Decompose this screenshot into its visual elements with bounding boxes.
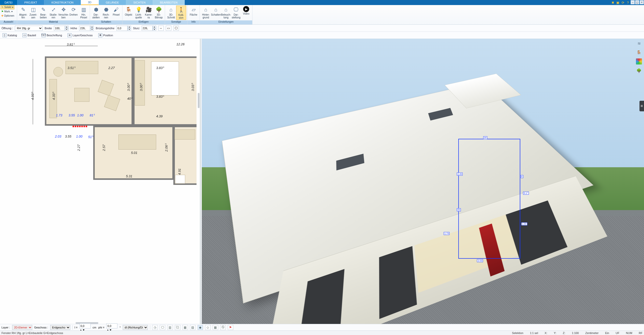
spin-up-icon[interactable]: ▲ — [127, 26, 131, 28]
toggle-box[interactable]: ▭ — [166, 26, 171, 31]
phi-input[interactable] — [106, 323, 117, 328]
btn-katalog[interactable]: ▯Katalog — [2, 33, 18, 38]
copy-icon[interactable]: ⿻ — [175, 325, 180, 330]
min-button[interactable]: – — [631, 0, 635, 4]
btn-objekt[interactable]: 🪑Objekt — [123, 6, 134, 17]
tab-bearbeiten[interactable]: BEARBEITEN — [153, 0, 185, 5]
sill-input[interactable] — [116, 26, 127, 31]
hatch-icon[interactable]: ▦ — [182, 325, 188, 330]
spin-up-icon[interactable]: ▲ — [90, 26, 94, 28]
plan-2d-pane[interactable]: 3.81⁵ 12.26 4.93⁵ 3.51⁵ — [0, 39, 200, 324]
btn-pinsel[interactable]: 🖌Pinsel — [111, 6, 121, 17]
stack-icon[interactable]: ▥ — [167, 325, 173, 330]
width-input[interactable] — [54, 26, 65, 31]
spin-down-icon[interactable]: ▼ — [65, 28, 69, 31]
scale-icon: ⤢ — [50, 6, 57, 13]
menu-spacer — [185, 0, 610, 5]
btn-zuweisen[interactable]: ◫Zuwei- sen — [28, 6, 38, 19]
btn-skalieren[interactable]: ⤢Skalie- ren — [48, 6, 58, 19]
status-scale: 1:100 — [572, 331, 579, 334]
spin-down-icon[interactable]: ▼ — [90, 28, 94, 31]
armchair-icon[interactable]: 🪑 — [636, 49, 642, 55]
tab-datei[interactable]: DATEI — [0, 0, 17, 5]
tree-icon[interactable]: 🌳 — [636, 68, 642, 74]
btn-verschieben[interactable]: ✥Verschie- ben — [58, 6, 69, 19]
tab-konstruktion[interactable]: KONSTRUKTION — [44, 0, 81, 5]
dl-select[interactable]: dl (Richtung/Di — [123, 325, 148, 330]
btn-drehen[interactable]: ⟳Drehen — [69, 6, 79, 17]
view-3d-pane[interactable]: 29 2.26 8 00 1.00 5.1⁵ 1.73 2.03 — [202, 39, 644, 324]
diagonal-icon[interactable]: ▨ — [190, 325, 196, 330]
side-panel-handle[interactable]: ≡ — [639, 101, 644, 111]
btn-position[interactable]: ✥Position — [97, 33, 114, 38]
spin-up-icon[interactable]: ▲ — [65, 26, 69, 28]
btn-flaeche[interactable]: ▱Fläche — [188, 6, 199, 17]
select-mode[interactable]: ↖Selekt▾ — [1, 5, 14, 9]
height-input[interactable] — [79, 26, 90, 31]
btn-darstellung[interactable]: 🖵Dar- stellung — [231, 6, 241, 19]
btn-schnitt[interactable]: ⌂3D- Schnitt — [166, 6, 176, 19]
help-icon[interactable]: ? — [626, 0, 630, 5]
options-mode[interactable]: ✚Optionen — [1, 14, 15, 18]
screen-icon[interactable]: 🖵 — [160, 325, 165, 330]
btn-kollision[interactable]: 🚶Kolli- sion — [176, 6, 186, 20]
tab-sichten[interactable]: SICHTEN — [126, 0, 153, 5]
btn-bauteil[interactable]: ▭Bauteil — [21, 33, 37, 38]
plan-canvas[interactable]: 3.81⁵ 12.26 4.93⁵ 3.51⁵ — [0, 39, 200, 324]
deg-label: ° — [119, 326, 120, 329]
furn-shelf — [135, 60, 145, 106]
btn-schatten-set[interactable]: ⌂Schatten — [211, 6, 221, 17]
btn-beleucht[interactable]: ⌂Beleuch- tung — [221, 6, 231, 19]
btn-bearbeiten[interactable]: ✎Bear- beiten — [38, 6, 48, 19]
spin-up-icon[interactable]: ▲ — [153, 26, 156, 28]
view3d-canvas[interactable]: 29 2.26 8 00 1.00 5.1⁵ 1.73 2.03 — [202, 39, 644, 324]
palette-icon[interactable]: . — [636, 58, 642, 64]
mark-mode[interactable]: ⚑Mark.▾ — [1, 9, 13, 14]
btn-video[interactable]: ▶Video — [241, 6, 251, 16]
dim-label: 3.55 — [69, 113, 75, 117]
tab-3d[interactable]: 3D — [81, 0, 99, 5]
dim-label: 1.00 — [77, 113, 83, 117]
group-sonstige-footer: Sonstige — [165, 20, 187, 24]
refresh-icon[interactable]: ⟳ — [621, 0, 625, 5]
wire-icon[interactable]: ◇ — [205, 325, 211, 330]
spin-down-icon[interactable]: ▼ — [127, 28, 131, 31]
btn-kamera[interactable]: 🎥Kame- ra — [144, 6, 154, 19]
selection-gizmo[interactable]: 29 2.26 8 00 1.00 5.1⁵ 1.73 2.03 — [458, 139, 520, 259]
opening-select[interactable]: RH 1flg. gr — [15, 26, 43, 31]
tab-gelaende[interactable]: GELÄNDE — [99, 0, 126, 5]
length-input[interactable] — [80, 323, 91, 328]
max-button[interactable]: ◻ — [635, 0, 639, 4]
toggle-arrows[interactable]: ↔ — [158, 26, 164, 31]
btn-bitmap[interactable]: 🌳3D- Bitmap — [154, 6, 164, 19]
grid-icon[interactable]: ▦ — [213, 325, 218, 330]
group-auswahl-footer: Auswahl — [0, 20, 17, 24]
v-scrollbar[interactable] — [198, 93, 200, 108]
north-icon[interactable]: Ⓝ — [220, 325, 226, 330]
history-icon[interactable]: ◷ — [152, 325, 158, 330]
tab-projekt[interactable]: PROJEKT — [17, 0, 45, 5]
btn-abgreifen[interactable]: ✎Abgrei- fen — [18, 6, 28, 19]
btn-darstellen[interactable]: ⬢Dar- stellen — [91, 6, 101, 19]
btn-hintergrund[interactable]: ⌂Hinter- grund — [201, 6, 211, 19]
status-bar: Fenster RH 1flg. gr L=Einbauteile G=Erdg… — [0, 330, 644, 335]
btn-hinpinsel[interactable]: ▥Hin. Pinsel — [79, 6, 89, 19]
btn-beschr[interactable]: TXTBeschriftung — [41, 33, 63, 38]
toggle-screen[interactable]: 🖵 — [173, 26, 179, 31]
btn-rechnen[interactable]: ⬣Rech- nen — [101, 6, 111, 19]
sel-dim: 00 — [457, 208, 461, 211]
folder-icon[interactable]: ▣ — [616, 0, 620, 5]
btn-layer[interactable]: ≋Layer/Geschoss — [67, 33, 93, 38]
shaded-icon[interactable]: ◆ — [198, 325, 203, 330]
spin-down-icon[interactable]: ▼ — [153, 28, 156, 31]
btn-licht[interactable]: 💡Licht- quelle — [134, 6, 144, 19]
tools-icon[interactable]: ✖ — [610, 0, 615, 5]
sel-dim: 1.73 — [444, 232, 450, 235]
layers-icon[interactable]: ≋ — [636, 40, 642, 46]
lintel-input[interactable] — [142, 26, 153, 31]
flag-icon[interactable]: ⚑ — [228, 325, 233, 330]
layer-select[interactable]: 2D-Elemen — [12, 325, 32, 330]
close-button[interactable]: × — [640, 0, 644, 4]
floor-select[interactable]: Erdgeschos — [50, 325, 70, 330]
selected-opening[interactable] — [73, 126, 87, 127]
